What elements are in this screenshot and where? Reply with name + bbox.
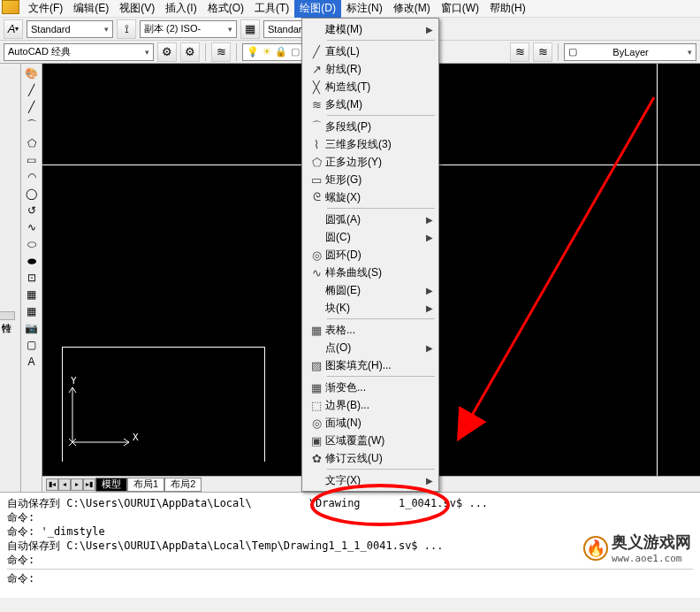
menu-item[interactable]: 圆(C)▶ (302, 228, 438, 246)
menu-dim[interactable]: 标注(N) (341, 0, 388, 18)
constr-line-icon[interactable]: ╱ (28, 101, 34, 113)
menu-edit[interactable]: 编辑(E) (68, 0, 114, 18)
menu-icon: ∿ (308, 266, 325, 279)
layers1-icon[interactable]: ≋ (211, 42, 231, 62)
menu-item[interactable]: ⌇三维多段线(3) (302, 135, 438, 153)
menu-item[interactable]: ∿样条曲线(S) (302, 264, 438, 281)
menu-item[interactable]: ◎圆环(D) (302, 246, 438, 264)
menu-item[interactable]: ⬠正多边形(Y) (302, 153, 438, 171)
ws-gear-icon[interactable]: ⚙ (180, 42, 200, 62)
dimstyle-icon[interactable]: ⟟ (117, 19, 136, 39)
menu-modify[interactable]: 修改(M) (388, 0, 436, 18)
command-window[interactable]: 自动保存到 C:\Users\OURUI\AppData\Local\ \Dra… (0, 492, 700, 598)
polygon-icon[interactable]: ⬠ (27, 137, 36, 149)
menu-item[interactable]: ᘓ螺旋(X) (302, 188, 438, 206)
menu-icon: ▦ (308, 324, 325, 337)
menu-icon: ╳ (308, 80, 325, 94)
ellipse-icon[interactable]: ⬭ (27, 238, 36, 250)
app-icon (2, 0, 19, 14)
menu-insert[interactable]: 插入(I) (160, 0, 202, 18)
menu-icon: ⌇ (308, 138, 325, 151)
menu-label: 三维多段线(3) (325, 137, 433, 152)
workspace-combo[interactable]: AutoCAD 经典▾ (4, 43, 154, 61)
region-icon[interactable]: 📷 (25, 322, 38, 334)
menu-item[interactable]: 块(K)▶ (302, 299, 438, 317)
props-icon[interactable]: 🎨 (25, 67, 38, 80)
tab-prev-icon[interactable]: ◂ (58, 478, 71, 491)
menu-label: 射线(R) (325, 62, 433, 77)
menu-icon: ◎ (308, 249, 325, 262)
linetype-combo[interactable]: ▢ByLayer▾ (564, 43, 696, 61)
menu-draw[interactable]: 绘图(D) (294, 0, 341, 18)
spline-icon[interactable]: ∿ (27, 221, 36, 233)
menu-item[interactable]: ◎面域(N) (302, 414, 438, 432)
menu-label: 螺旋(X) (325, 190, 433, 205)
menu-item[interactable]: 文字(X)▶ (302, 471, 438, 489)
menu-item[interactable]: ✿修订云线(U) (302, 449, 438, 467)
menu-label: 文字(X) (325, 473, 426, 488)
tab-first-icon[interactable]: ▮◂ (46, 478, 58, 491)
tab-next-icon[interactable]: ▸ (71, 478, 83, 491)
tab-layout2[interactable]: 布局2 (164, 478, 202, 492)
menu-item[interactable]: ╱直线(L) (302, 42, 438, 60)
menu-label: 多段线(P) (325, 119, 433, 134)
tab-last-icon[interactable]: ▸▮ (83, 478, 95, 491)
menu-icon: ⌒ (308, 119, 325, 134)
layerstate-icon[interactable]: ≋ (510, 42, 529, 62)
block-icon[interactable]: ⊡ (27, 272, 36, 284)
menu-format[interactable]: 格式(O) (202, 0, 249, 18)
menu-label: 圆弧(A) (325, 212, 426, 227)
text-tool-icon[interactable]: A (27, 356, 34, 368)
line-icon[interactable]: ╱ (28, 84, 34, 96)
menu-tools[interactable]: 工具(T) (249, 0, 294, 18)
layermgr-icon[interactable]: ≋ (533, 42, 552, 62)
watermark: 🔥 奥义游戏网 www.aoe1.com (583, 532, 691, 564)
menu-item[interactable]: ▦渐变色... (302, 379, 438, 396)
tab-model[interactable]: 模型 (95, 478, 127, 492)
menubar: 文件(F) 编辑(E) 视图(V) 插入(I) 格式(O) 工具(T) 绘图(D… (0, 0, 700, 18)
textstyle-combo[interactable]: Standard▾ (27, 20, 113, 38)
menu-item[interactable]: 点(O)▶ (302, 339, 438, 356)
menu-label: 点(O) (325, 340, 426, 356)
menu-help[interactable]: 帮助(H) (484, 0, 531, 18)
menu-item[interactable]: ⬚边界(B)... (302, 396, 438, 414)
menu-view[interactable]: 视图(V) (114, 0, 160, 18)
menu-file[interactable]: 文件(F) (23, 0, 68, 18)
menu-item[interactable]: 椭圆(E)▶ (302, 281, 438, 299)
submenu-arrow-icon: ▶ (426, 25, 433, 34)
menu-item[interactable]: ▭矩形(G) (302, 171, 438, 188)
menu-window[interactable]: 窗口(W) (436, 0, 484, 18)
menu-item[interactable]: ↗射线(R) (302, 60, 438, 78)
polyline-icon[interactable]: ⌒ (27, 118, 37, 133)
menu-label: 建模(M) (325, 22, 426, 37)
draw-dropdown: 建模(M)▶╱直线(L)↗射线(R)╳构造线(T)≋多线(M)⌒多段线(P)⌇三… (301, 18, 439, 492)
menu-item[interactable]: ⌒多段线(P) (302, 118, 438, 135)
menu-item[interactable]: 建模(M)▶ (302, 20, 438, 38)
props-label[interactable]: 特性 (0, 311, 15, 320)
ws-settings-icon[interactable]: ⚙ (157, 42, 177, 62)
hatch-icon[interactable]: ▦ (27, 288, 36, 301)
gradient-icon[interactable]: ▦ (27, 305, 36, 317)
cmd-line: 命令: (7, 510, 693, 524)
menu-item[interactable]: ▣区域覆盖(W) (302, 432, 438, 449)
ucs-icon: Y X (64, 380, 134, 451)
revcloud-icon[interactable]: ↺ (27, 204, 36, 217)
rect-icon[interactable]: ▭ (27, 154, 36, 166)
textstyle-icon[interactable]: A▾ (4, 19, 23, 39)
menu-item[interactable]: ▨图案填充(H)... (302, 356, 438, 374)
submenu-arrow-icon: ▶ (426, 476, 433, 486)
tablestyle-icon[interactable]: ▦ (240, 19, 260, 39)
table-tool-icon[interactable]: ▢ (27, 339, 36, 351)
menu-label: 区域覆盖(W) (325, 433, 433, 448)
menu-item[interactable]: ▦表格... (302, 321, 438, 339)
tab-layout1[interactable]: 布局1 (127, 478, 164, 492)
circle-icon[interactable]: ◯ (26, 187, 37, 200)
menu-label: 椭圆(E) (325, 283, 426, 298)
menu-item[interactable]: 圆弧(A)▶ (302, 210, 438, 228)
dimstyle-combo[interactable]: 副本 (2) ISO-▾ (140, 20, 237, 38)
menu-item[interactable]: ╳构造线(T) (302, 78, 438, 96)
menu-icon: ↗ (308, 63, 325, 76)
arc-icon[interactable]: ◠ (27, 171, 36, 183)
menu-item[interactable]: ≋多线(M) (302, 96, 438, 113)
ellipse-arc-icon[interactable]: ⬬ (27, 255, 36, 267)
